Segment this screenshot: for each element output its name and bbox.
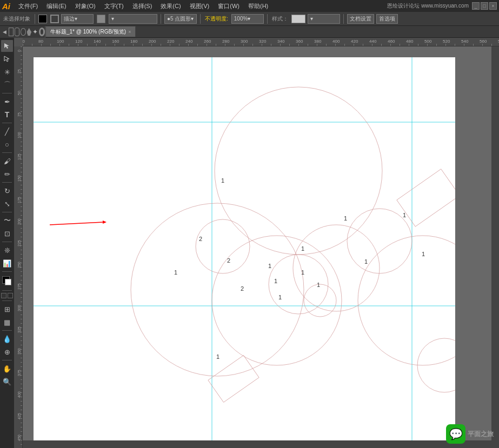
style-dropdown[interactable]: ▾ (308, 14, 340, 24)
doc-settings-button[interactable]: 文档设置 (347, 14, 374, 24)
sep2 (161, 14, 161, 24)
menu-view[interactable]: 视图(V) (186, 1, 214, 11)
mode-icons (1, 293, 13, 298)
menu-help[interactable]: 帮助(H) (244, 1, 272, 11)
sep4 (267, 14, 268, 24)
canvas-area[interactable]: 1 1 1 1 2 2 1 1 1 1 2 1 1 1 1 1 1 1 1 (14, 38, 499, 448)
zoom-tool[interactable]: 🔍 (1, 376, 13, 387)
mask-mode[interactable] (8, 293, 13, 298)
sep-6 (2, 242, 12, 242)
sep-3 (2, 152, 12, 153)
warp-tool[interactable]: 〜 (1, 215, 13, 226)
ellipse-shape-tool[interactable]: ○ (1, 138, 13, 150)
star-tool[interactable]: ✦ (32, 28, 38, 36)
watermark: 💬 平面之旅 (446, 424, 494, 444)
stroke-dropdown[interactable]: 描边 ▾ (61, 14, 94, 24)
drawing-svg: 1 1 1 1 2 2 1 1 1 1 2 1 1 1 1 1 1 1 1 (34, 57, 455, 446)
svg-point-11 (304, 284, 336, 317)
free-transform-tool[interactable]: ⊡ (1, 228, 13, 239)
line-tool[interactable]: ╱ (1, 125, 13, 137)
menu-window[interactable]: 窗口(W) (214, 1, 243, 11)
tab-name: 牛标题_1* @ 100% (RGB/预览) (50, 28, 126, 36)
svg-text:1: 1 (301, 245, 304, 252)
shape-tools-bar: ✦ (9, 26, 45, 38)
main-area: ✳ ⌒ ✒ T ╱ ○ 🖌 ✏ ↻ ⤡ 〜 ⊡ ❊ 📊 ⊞ ▦ (0, 38, 499, 448)
panel-toggle[interactable]: ◀ (0, 26, 9, 38)
ruler-left-canvas (14, 46, 23, 448)
fill-swatch[interactable] (38, 15, 47, 23)
sep-1 (2, 93, 12, 93)
polygon-tool[interactable] (27, 28, 31, 36)
scroll-right[interactable] (491, 46, 499, 448)
sep-8 (2, 290, 12, 291)
opacity-dropdown[interactable]: 100% ▾ (231, 14, 264, 24)
svg-text:2: 2 (227, 257, 230, 264)
svg-text:1: 1 (174, 269, 177, 276)
selection-tool[interactable] (1, 40, 13, 52)
pen-tool[interactable]: ✒ (1, 96, 13, 108)
menu-file[interactable]: 文件(F) (15, 1, 42, 11)
slice-tool[interactable]: ▦ (1, 316, 13, 328)
sep5 (343, 14, 344, 24)
menu-object[interactable]: 对象(O) (71, 1, 99, 11)
ruler-top-canvas (23, 38, 499, 46)
pencil-tool[interactable]: ✏ (1, 168, 13, 180)
svg-line-35 (50, 222, 104, 225)
type-tool[interactable]: T (1, 109, 13, 121)
scroll-bottom[interactable] (23, 440, 499, 448)
app-logo: Ai (2, 2, 10, 11)
scale-tool[interactable]: ⤡ (1, 198, 13, 210)
rounded-rect-tool[interactable] (15, 28, 19, 36)
style-swatch[interactable] (291, 15, 305, 23)
column-graph-tool[interactable]: 📊 (1, 257, 13, 269)
paint-brush-tool[interactable]: 🖌 (1, 155, 13, 167)
watermark-text: 平面之旅 (468, 430, 494, 439)
normal-mode[interactable] (1, 293, 6, 298)
maximize-button[interactable]: □ (481, 2, 488, 10)
svg-point-4 (215, 87, 382, 255)
eyedropper-tool[interactable]: 💧 (1, 333, 13, 345)
canvas-content[interactable]: 1 1 1 1 2 2 1 1 1 1 2 1 1 1 1 1 1 1 1 (23, 46, 499, 448)
svg-text:1: 1 (364, 258, 368, 265)
svg-point-5 (131, 203, 304, 376)
menu-edit[interactable]: 编辑(E) (43, 1, 70, 11)
symbol-sprayer[interactable]: ❊ (1, 244, 13, 256)
flare-tool[interactable] (39, 28, 45, 36)
svg-text:1: 1 (268, 263, 271, 269)
sep-4 (2, 182, 12, 183)
stroke-color-dropdown[interactable]: ▾ (109, 14, 157, 24)
magic-wand-tool[interactable]: ✳ (1, 66, 13, 78)
tab-close[interactable]: × (128, 29, 131, 35)
point-size-dropdown[interactable]: ● 5 点圆形 ▾ (164, 14, 197, 24)
lasso-tool[interactable]: ⌒ (1, 79, 13, 91)
color-box[interactable] (97, 15, 105, 23)
menu-select[interactable]: 选择(S) (129, 1, 156, 11)
measure-tool[interactable]: ⊕ (1, 346, 13, 358)
hand-tool[interactable]: ✋ (1, 363, 13, 375)
svg-text:1: 1 (301, 269, 304, 276)
menu-bar: Ai 文件(F) 编辑(E) 对象(O) 文字(T) 选择(S) 效果(C) 视… (0, 0, 499, 12)
object-label: 未选择对象 (3, 15, 30, 23)
preferences-button[interactable]: 首选项 (376, 14, 398, 24)
svg-text:1: 1 (344, 215, 347, 222)
sep-11 (2, 360, 12, 360)
minimize-button[interactable]: _ (472, 2, 480, 10)
color-swatches[interactable] (1, 275, 13, 287)
left-toolbar: ✳ ⌒ ✒ T ╱ ○ 🖌 ✏ ↻ ⤡ 〜 ⊡ ❊ 📊 ⊞ ▦ (0, 38, 14, 448)
sep-2 (2, 123, 12, 123)
menu-right-area: 恩绘设计论坛 www.missyuan.com _ □ × (387, 2, 497, 10)
close-button[interactable]: × (489, 2, 497, 10)
menu-text[interactable]: 文字(T) (101, 1, 128, 11)
ellipse-tool[interactable] (21, 28, 25, 36)
direct-selection-tool[interactable] (1, 53, 13, 65)
rotate-tool[interactable]: ↻ (1, 185, 13, 197)
site-info: 恩绘设计论坛 www.missyuan.com (387, 2, 469, 10)
artboard-tool[interactable]: ⊞ (1, 303, 13, 315)
ruler-left (14, 46, 23, 448)
tab-main[interactable]: 牛标题_1* @ 100% (RGB/预览) × (45, 26, 136, 37)
stroke-swatch[interactable] (50, 15, 59, 23)
menu-effect[interactable]: 效果(C) (157, 1, 184, 11)
rectangle-tool[interactable] (9, 28, 14, 36)
svg-text:2: 2 (199, 236, 202, 242)
sep1 (35, 14, 35, 24)
